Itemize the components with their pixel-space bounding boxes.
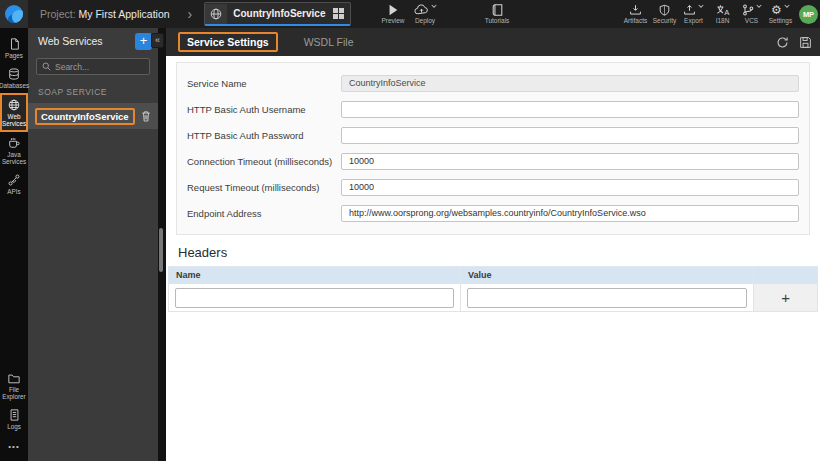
coffee-cup-icon [8, 137, 20, 149]
preview-label: Preview [381, 17, 404, 24]
editor-tab-bar: Service Settings WSDL File [166, 28, 820, 56]
wavemaker-logo-icon [5, 5, 23, 23]
sidebar-item-file-explorer[interactable]: File Explorer [0, 368, 28, 404]
vertical-scrollbar[interactable] [158, 28, 166, 461]
globe-icon [205, 4, 227, 24]
form-row: Connection Timeout (milliseconds) [187, 148, 799, 174]
trash-icon[interactable] [141, 110, 151, 122]
rail-label: APIs [7, 188, 20, 195]
git-branch-icon [742, 4, 754, 16]
preview-button[interactable]: Preview [376, 0, 410, 28]
rail-label: Java Services [0, 151, 28, 165]
save-icon [799, 36, 812, 49]
headers-table: Name Value + [168, 266, 818, 312]
document-tab-countryinfoservice[interactable]: CountryInfoService [204, 2, 351, 26]
http-basic-auth-password-input[interactable] [341, 127, 799, 144]
settings-button[interactable]: ⚙ Settings [766, 0, 795, 28]
grid-icon[interactable] [333, 8, 344, 19]
chevron-down-icon [698, 4, 704, 9]
http-basic-auth-username-input[interactable] [341, 101, 799, 118]
soap-service-section-label: SOAP SERVICE [28, 75, 158, 103]
sidebar-item-java-services[interactable]: Java Services [0, 132, 28, 169]
sidebar-item-logs[interactable]: Logs [0, 404, 28, 434]
book-icon [492, 4, 503, 16]
export-button[interactable]: Export [679, 0, 708, 28]
field-label-service-name: Service Name [187, 78, 341, 89]
form-row: HTTP Basic Auth Username [187, 96, 799, 122]
top-bar: Project: My First Application › CountryI… [0, 0, 820, 28]
security-label: Security [653, 17, 676, 24]
column-header-value: Value [461, 267, 754, 284]
folder-icon [8, 373, 20, 384]
endpoint-address-input[interactable] [341, 205, 799, 222]
artifacts-label: Artifacts [624, 17, 647, 24]
field-label-request-timeout: Request Timeout (milliseconds) [187, 182, 341, 193]
field-label-username: HTTP Basic Auth Username [187, 104, 341, 115]
refresh-button[interactable] [776, 36, 789, 49]
headers-section-title: Headers [178, 245, 820, 260]
i18n-label: I18N [716, 17, 730, 24]
form-row: Endpoint Address [187, 200, 799, 226]
document-tab-label: CountryInfoService [233, 8, 325, 19]
wavemaker-logo[interactable] [0, 0, 28, 28]
collapse-panel-button[interactable]: « [151, 33, 164, 48]
chevron-down-icon [784, 4, 790, 9]
field-label-endpoint-address: Endpoint Address [187, 208, 341, 219]
more-options-button[interactable]: ••• [0, 434, 28, 461]
service-search[interactable] [36, 58, 150, 75]
chevron-right-icon: › [188, 6, 193, 22]
refresh-icon [776, 36, 789, 49]
add-header-row-button[interactable]: + [781, 291, 790, 305]
page-icon [9, 38, 20, 50]
rail-label: Web Services [2, 113, 26, 127]
column-header-name: Name [169, 267, 461, 284]
shield-icon [659, 4, 670, 16]
tab-wsdl-file[interactable]: WSDL File [304, 36, 354, 48]
rail-label: File Explorer [0, 386, 28, 400]
artifacts-button[interactable]: Artifacts [621, 0, 650, 28]
deploy-label: Deploy [415, 17, 435, 24]
connector-icon [8, 174, 20, 186]
gear-icon: ⚙ [771, 4, 782, 16]
sidebar-item-apis[interactable]: APIs [0, 169, 28, 199]
sidebar-item-pages[interactable]: Pages [0, 33, 28, 63]
rail-label: Databases [0, 82, 29, 89]
chevron-down-icon [756, 4, 762, 9]
connection-timeout-input[interactable] [341, 153, 799, 170]
tutorials-label: Tutorials [485, 17, 510, 24]
rail-label: Pages [5, 52, 23, 59]
tab-service-settings[interactable]: Service Settings [178, 32, 278, 52]
request-timeout-input[interactable] [341, 179, 799, 196]
cloud-upload-icon [414, 4, 429, 16]
service-name-input[interactable] [341, 75, 799, 92]
i18n-button[interactable]: A I18N [708, 0, 737, 28]
service-name: CountryInfoService [35, 108, 135, 125]
settings-label: Settings [769, 17, 793, 24]
header-name-input[interactable] [175, 288, 454, 308]
field-label-connection-timeout: Connection Timeout (milliseconds) [187, 156, 341, 167]
vcs-button[interactable]: VCS [737, 0, 766, 28]
web-services-panel: Web Services + « SOAP SERVICE CountryInf… [28, 28, 158, 461]
form-row: Service Name [187, 70, 799, 96]
form-row: Request Timeout (milliseconds) [187, 174, 799, 200]
download-icon [629, 4, 642, 16]
save-button[interactable] [799, 36, 812, 49]
add-service-button[interactable]: + [135, 33, 152, 50]
column-header-actions [754, 267, 818, 284]
chevron-down-icon [431, 4, 437, 9]
search-input[interactable] [55, 62, 144, 72]
tutorials-button[interactable]: Tutorials [476, 0, 518, 28]
service-list-item-countryinfoservice[interactable]: CountryInfoService [28, 103, 158, 129]
sidebar-item-web-services[interactable]: Web Services [0, 93, 28, 132]
vcs-label: VCS [745, 17, 758, 24]
security-button[interactable]: Security [650, 0, 679, 28]
scrollbar-thumb[interactable] [159, 228, 163, 272]
export-label: Export [684, 17, 703, 24]
topbar-right-actions: Artifacts Security Export A I18N [621, 0, 818, 28]
user-avatar[interactable]: MP [799, 5, 818, 24]
header-value-input[interactable] [467, 288, 747, 308]
app-window: Project: My First Application › CountryI… [0, 0, 820, 461]
project-label: Project: [40, 8, 76, 20]
sidebar-item-databases[interactable]: Databases [0, 63, 28, 93]
deploy-button[interactable]: Deploy [406, 0, 444, 28]
